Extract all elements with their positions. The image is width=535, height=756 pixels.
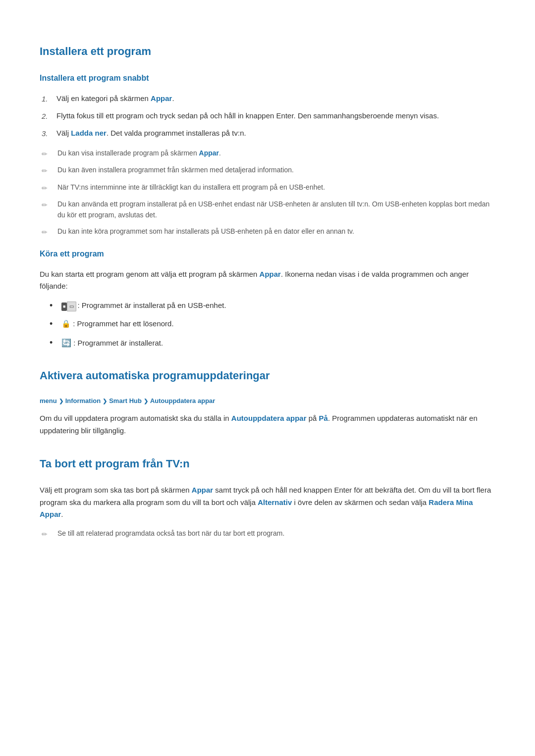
bullet-dot-3: •: [50, 337, 59, 349]
install-step-1: 1. Välj en kategori på skärmen Appar.: [40, 93, 495, 105]
breadcrumb-menu: menu: [40, 396, 57, 406]
bullet-text-usb: ■▭ : Programmet är installerat på en USB…: [61, 300, 495, 311]
section-title-install: Installera ett program: [40, 43, 495, 60]
step-text-1: Välj en kategori på skärmen Appar.: [56, 93, 495, 104]
auto-update-body: Om du vill uppdatera program automatiskt…: [40, 412, 495, 437]
install-step-3: 3. Välj Ladda ner. Det valda programmet …: [40, 127, 495, 140]
pencil-icon-3: [42, 183, 54, 194]
bullet-update: • 🔄 : Programmet är installerat.: [50, 337, 495, 350]
breadcrumb-arrow-1: ❯: [59, 397, 63, 406]
appar-link-note1: Appar: [199, 149, 219, 157]
run-program-intro: Du kan starta ett program genom att välj…: [40, 268, 495, 293]
auto-update-link: Autouppdatera appar: [231, 414, 307, 422]
breadcrumb-auto-update: menu ❯ Information ❯ Smart Hub ❯ Autoupp…: [40, 396, 495, 406]
step-number-1: 1.: [42, 93, 56, 105]
bullet-lock: • 🔒 : Programmet har ett lösenord.: [50, 318, 495, 330]
note-text-3: När TV:ns internminne inte är tillräckli…: [57, 182, 495, 193]
remove-note-item: Se till att relaterad programdata också …: [40, 528, 495, 540]
alternativ-link: Alternativ: [258, 498, 292, 506]
step-text-3: Välj Ladda ner. Det valda programmet ins…: [56, 127, 495, 139]
note-item-4: Du kan använda ett program installerat p…: [40, 199, 495, 221]
usb-icon: ■▭: [61, 302, 76, 311]
ladda-ner-link: Ladda ner: [71, 129, 107, 137]
install-notes-list: Du kan visa installerade program på skär…: [40, 148, 495, 238]
remove-note-text: Se till att relaterad programdata också …: [57, 528, 495, 539]
bullet-text-lock: 🔒 : Programmet har ett lösenord.: [61, 318, 495, 330]
breadcrumb-arrow-2: ❯: [103, 397, 107, 406]
note-text-2: Du kan även installera programmet från s…: [57, 164, 495, 175]
page-content: Installera ett program Installera ett pr…: [40, 43, 495, 540]
note-text-4: Du kan använda ett program installerat p…: [57, 199, 495, 221]
bullet-dot-2: •: [50, 318, 59, 330]
auto-update-section: Aktivera automatiska programuppdateringa…: [40, 367, 495, 437]
pencil-icon-5: [42, 227, 54, 238]
remove-notes-list: Se till att relaterad programdata också …: [40, 528, 495, 540]
pencil-icon-remove: [42, 529, 54, 540]
bullet-usb: • ■▭ : Programmet är installerat på en U…: [50, 300, 495, 312]
pencil-icon-1: [42, 149, 54, 159]
pencil-icon-2: [42, 165, 54, 176]
remove-program-body: Välj ett program som ska tas bort på skä…: [40, 484, 495, 521]
note-item-5: Du kan inte köra programmet som har inst…: [40, 226, 495, 238]
section-title-remove: Ta bort ett program från TV:n: [40, 455, 495, 472]
radera-link: Radera Mina Appar: [40, 498, 473, 519]
appar-link-remove: Appar: [192, 486, 213, 494]
appar-link-run: Appar: [260, 270, 281, 278]
bullet-text-update: 🔄 : Programmet är installerat.: [61, 337, 495, 350]
bullet-dot-1: •: [50, 300, 59, 312]
lock-icon: 🔒: [61, 319, 71, 328]
step-number-2: 2.: [42, 110, 56, 122]
appar-link-1: Appar: [151, 94, 172, 102]
note-item-1: Du kan visa installerade program på skär…: [40, 148, 495, 159]
pencil-icon-4: [42, 200, 54, 210]
breadcrumb-smarthub: Smart Hub: [109, 396, 142, 406]
subsection-title-quick-install: Installera ett program snabbt: [40, 72, 495, 85]
pa-link: På: [319, 414, 328, 422]
breadcrumb-arrow-3: ❯: [144, 397, 148, 406]
note-item-2: Du kan även installera programmet från s…: [40, 164, 495, 176]
breadcrumb-autoupdate: Autouppdatera appar: [150, 396, 215, 406]
step-text-2: Flytta fokus till ett program och tryck …: [56, 110, 495, 122]
step-number-3: 3.: [42, 128, 56, 140]
subsection-title-run: Köra ett program: [40, 248, 495, 260]
section-title-auto-update: Aktivera automatiska programuppdateringa…: [40, 367, 495, 384]
update-icon: 🔄: [61, 339, 71, 347]
icon-bullets-list: • ■▭ : Programmet är installerat på en U…: [50, 300, 495, 349]
note-text-1: Du kan visa installerade program på skär…: [57, 148, 495, 158]
install-step-2: 2. Flytta fokus till ett program och try…: [40, 110, 495, 122]
remove-program-section: Ta bort ett program från TV:n Välj ett p…: [40, 455, 495, 540]
install-steps-list: 1. Välj en kategori på skärmen Appar. 2.…: [40, 93, 495, 140]
note-item-3: När TV:ns internminne inte är tillräckli…: [40, 182, 495, 194]
breadcrumb-information: Information: [65, 396, 101, 406]
note-text-5: Du kan inte köra programmet som har inst…: [57, 226, 495, 237]
